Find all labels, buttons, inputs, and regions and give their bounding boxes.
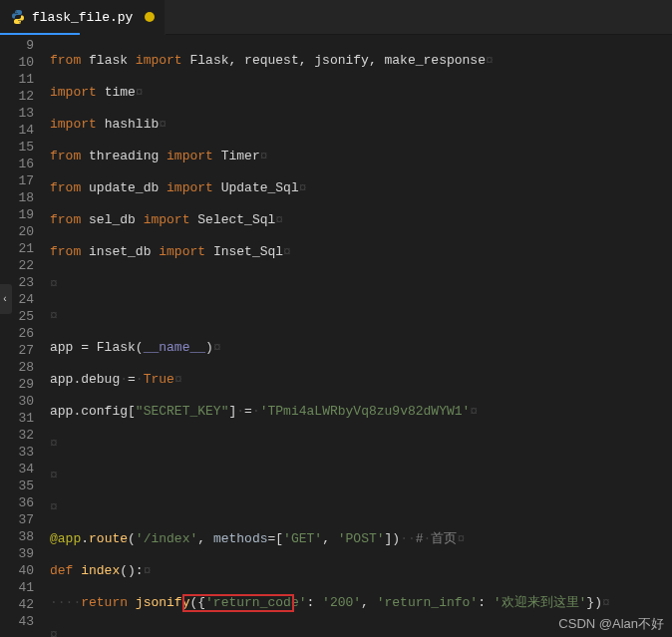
code-line: app.debug·=·True¤ xyxy=(50,371,672,388)
gutter-collapse-handle[interactable]: ‹ xyxy=(0,284,12,314)
code-line: ¤ xyxy=(50,275,672,292)
code-line: @app.route('/index', methods=['GET', 'PO… xyxy=(50,530,672,547)
line-number: 26 xyxy=(0,325,34,342)
line-number: 18 xyxy=(0,189,34,206)
line-number: 27 xyxy=(0,342,34,359)
line-number: 19 xyxy=(0,206,34,223)
line-number: 40 xyxy=(0,562,34,579)
line-number: 43 xyxy=(0,613,34,630)
code-line: from threading import Timer¤ xyxy=(50,148,672,164)
code-line: ¤ xyxy=(50,498,672,515)
line-number: 41 xyxy=(0,579,34,596)
line-number: 37 xyxy=(0,511,34,528)
code-line: ¤ xyxy=(50,467,672,483)
watermark-text: CSDN @Alan不好 xyxy=(558,615,664,633)
python-file-icon xyxy=(10,9,26,25)
code-line: from update_db import Update_Sql¤ xyxy=(50,179,672,196)
line-number: 16 xyxy=(0,156,34,172)
code-line: ¤ xyxy=(50,307,672,324)
line-number: 30 xyxy=(0,393,34,410)
line-number: 31 xyxy=(0,410,34,427)
line-number: 33 xyxy=(0,444,34,461)
line-number: 17 xyxy=(0,172,34,189)
line-number: 35 xyxy=(0,478,34,494)
tab-bar: flask_file.py xyxy=(0,0,672,35)
tab-filename: flask_file.py xyxy=(32,10,133,25)
line-number: 22 xyxy=(0,257,34,274)
code-line: app = Flask(__name__)¤ xyxy=(50,339,672,356)
code-line: import hashlib¤ xyxy=(50,116,672,133)
line-number: 34 xyxy=(0,461,34,478)
line-number: 29 xyxy=(0,376,34,393)
line-number: 12 xyxy=(0,88,34,105)
modified-indicator-icon xyxy=(145,12,155,22)
line-number: 13 xyxy=(0,105,34,122)
line-number: 21 xyxy=(0,240,34,257)
code-line: ¤ xyxy=(50,435,672,452)
line-number: 38 xyxy=(0,528,34,545)
line-number: 28 xyxy=(0,359,34,376)
line-number: 11 xyxy=(0,71,34,88)
code-line: from flask import Flask, request, jsonif… xyxy=(50,52,672,69)
code-line: app.config["SECRET_KEY"]·=·'TPmi4aLWRbyV… xyxy=(50,403,672,420)
code-content[interactable]: from flask import Flask, request, jsonif… xyxy=(44,35,672,637)
line-number: 32 xyxy=(0,427,34,444)
code-line: import time¤ xyxy=(50,84,672,101)
code-line: ····return jsonify({'return_code': '200'… xyxy=(50,594,672,611)
line-number: 20 xyxy=(0,223,34,240)
line-number: 9 xyxy=(0,37,34,54)
line-number: 15 xyxy=(0,139,34,156)
line-number: 42 xyxy=(0,596,34,613)
line-number: 36 xyxy=(0,494,34,511)
code-line: from sel_db import Select_Sql¤ xyxy=(50,211,672,228)
line-number: 10 xyxy=(0,54,34,71)
editor-area: 9101112131415161718192021222324252627282… xyxy=(0,35,672,637)
code-line: from inset_db import Inset_Sql¤ xyxy=(50,243,672,260)
line-number-gutter: 9101112131415161718192021222324252627282… xyxy=(0,35,44,637)
file-tab[interactable]: flask_file.py xyxy=(0,0,166,35)
code-line: def index():¤ xyxy=(50,562,672,579)
line-number: 14 xyxy=(0,122,34,139)
line-number: 39 xyxy=(0,545,34,562)
